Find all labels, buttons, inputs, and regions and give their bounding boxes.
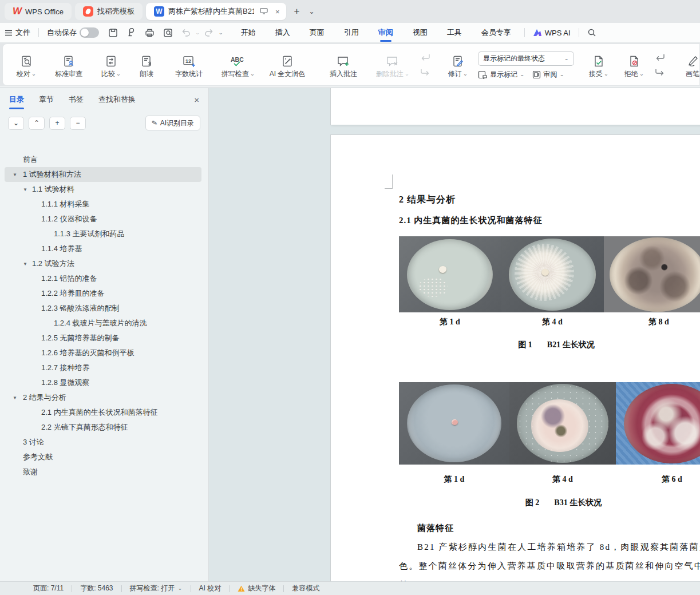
toc-item[interactable]: 1.2.3 铬酸洗涤液的配制 (5, 301, 201, 316)
monitor-icon[interactable] (258, 7, 270, 16)
markup-state-combobox[interactable]: 显示标记的最终状态 ⌄ (478, 51, 574, 66)
missing-font-warning[interactable]: 缺失字体 (230, 584, 283, 593)
zoom-out-button[interactable]: − (70, 117, 86, 130)
figure2-photos (399, 382, 700, 465)
print-preview-icon[interactable] (161, 26, 174, 39)
tab-chapters[interactable]: 章节 (39, 89, 54, 110)
toc-item-label: 1.2.1 铝箔的准备 (5, 273, 97, 284)
search-icon[interactable] (586, 26, 598, 39)
word-count-indicator[interactable]: 字数: 5463 (72, 584, 121, 593)
tab-bookmarks[interactable]: 书签 (69, 89, 84, 110)
menu-home[interactable]: 开始 (231, 23, 266, 42)
zoom-in-button[interactable]: + (49, 117, 65, 130)
toc-item[interactable]: 2.2 光镜下真菌形态和特征 (5, 420, 201, 435)
accept-change-button[interactable]: 接受⌄ (581, 47, 616, 83)
show-markup-button[interactable]: 显示标记 ⌄ (478, 70, 524, 80)
tab-find-replace[interactable]: 查找和替换 (98, 89, 136, 110)
tab-toc[interactable]: 目录 (9, 89, 24, 110)
toc-item[interactable]: 1.2.6 培养基的灭菌和倒平板 (5, 346, 201, 360)
review-pane-button[interactable]: 审阅 ⌄ (532, 70, 564, 80)
proofread-icon (20, 53, 33, 68)
previous-page-bottom[interactable] (331, 88, 700, 125)
compare-button[interactable]: 比较⌄ (93, 47, 129, 83)
menu-tools[interactable]: 工具 (437, 23, 472, 42)
ai-recognize-toc-button[interactable]: ✎ AI识别目录 (145, 116, 200, 130)
print-icon[interactable] (143, 26, 156, 39)
next-change-icon[interactable] (653, 68, 667, 78)
close-tab-icon[interactable]: × (274, 7, 282, 16)
reject-change-button[interactable]: 拒绝⌄ (616, 47, 652, 83)
toc-item[interactable]: 1.2.7 接种培养 (5, 360, 201, 375)
page-indicator[interactable]: 页面: 7/11 (25, 584, 72, 593)
toc-item[interactable]: 参考文献 (5, 450, 201, 465)
tab-label: 找稻壳模板 (97, 6, 135, 17)
menu-membership[interactable]: 会员专享 (472, 23, 521, 42)
file-menu-button[interactable]: 文件 (0, 27, 35, 38)
next-comment-icon[interactable] (418, 68, 432, 78)
export-pdf-icon[interactable] (125, 26, 137, 39)
ai-proofread-status[interactable]: AI 校对 (191, 584, 230, 593)
word-count-label: 字数统计 (175, 69, 203, 79)
tab-document[interactable]: W 两株产紫杉醇内生真菌B21和 × (146, 3, 286, 20)
toc-item[interactable]: ▼1 试验材料和方法 (5, 167, 201, 182)
wps-ai-button[interactable]: WPS AI (528, 29, 575, 37)
toc-item[interactable]: ▼1.1 试验材料 (5, 182, 201, 197)
collapse-all-button[interactable]: ⌄ (8, 117, 24, 130)
word-count-button[interactable]: 12 字数统计 (164, 47, 213, 83)
document-canvas[interactable]: 2 结果与分析 2.1 内生真菌的生长状况和菌落特征 第 1 d 第 4 d 第… (209, 88, 700, 581)
spell-check-button[interactable]: ABC 拼写检查⌄ (213, 47, 263, 83)
photo-caption: 第 4 d (501, 317, 604, 327)
previous-comment-icon[interactable] (418, 53, 432, 63)
toc-item[interactable]: 1.2.1 铝箔的准备 (5, 271, 201, 286)
tab-list-chevron-icon[interactable]: ⌄ (304, 7, 319, 15)
toc-item[interactable]: 2.1 内生真菌的生长状况和菌落特征 (5, 405, 201, 420)
toc-item[interactable]: 1.1.2 仪器和设备 (5, 212, 201, 227)
track-changes-button[interactable]: 修订⌄ (440, 47, 476, 83)
save-icon[interactable] (106, 26, 119, 39)
ai-polish-button[interactable]: AI 全文润色 (263, 47, 312, 83)
previous-change-icon[interactable] (653, 53, 667, 63)
toc-item[interactable]: 1.1.3 主要试剂和药品 (5, 227, 201, 241)
toc-item-label: 1.2.4 载玻片与盖玻片的清洗 (5, 318, 147, 328)
menu-page[interactable]: 页面 (300, 23, 334, 42)
spellcheck-status[interactable]: 拼写检查: 打开 ⌄ (122, 584, 191, 593)
figure1-title: 图 1B21 生长状况 (399, 340, 700, 350)
toc-item[interactable]: ▼2 结果与分析 (5, 390, 201, 405)
toc-item[interactable]: 1.2.8 显微观察 (5, 375, 201, 390)
toc-item[interactable]: 1.2.5 无菌培养基的制备 (5, 331, 201, 346)
toc-item[interactable]: 前言 (5, 152, 201, 167)
autosave-toggle[interactable] (80, 27, 99, 38)
toolbar-options-chevron-icon[interactable]: ⌄ (218, 30, 223, 35)
menu-insert[interactable]: 插入 (266, 23, 300, 42)
compat-mode-indicator[interactable]: 兼容模式 (284, 584, 327, 593)
toc-item[interactable]: 致谢 (5, 465, 201, 479)
menu-view[interactable]: 视图 (403, 23, 437, 42)
undo-chevron-icon[interactable]: ⌄ (195, 30, 200, 35)
toc-item[interactable]: 3 讨论 (5, 435, 201, 450)
toc-item[interactable]: 1.1.4 培养基 (5, 241, 201, 256)
proofread-button[interactable]: 校对⌄ (9, 47, 44, 83)
tab-docer-templates[interactable]: 找稻壳模板 (75, 3, 143, 20)
read-aloud-button[interactable]: 朗读 (129, 47, 164, 83)
paragraph-line: 色。整个菌丝体分为伸入营养基质中吸取营养的基质菌丝和伸向空气中的气 (399, 561, 700, 572)
menu-review[interactable]: 审阅 (369, 23, 403, 42)
draw-pen-button[interactable]: 画笔 (675, 47, 700, 83)
toc-item[interactable]: 1.1.1 材料采集 (5, 197, 201, 212)
accept-change-icon (592, 53, 605, 68)
toc-item[interactable]: 1.2.4 载玻片与盖玻片的清洗 (5, 316, 201, 331)
undo-icon[interactable] (180, 26, 192, 39)
expand-all-button[interactable]: ⌃ (29, 117, 45, 130)
menu-reference[interactable]: 引用 (334, 23, 369, 42)
standard-review-button[interactable]: 标准审查 (44, 47, 93, 83)
tab-label: WPS Office (25, 7, 64, 16)
toc-item-label: 3 讨论 (5, 437, 44, 447)
toc-item[interactable]: 1.2.2 培养皿的准备 (5, 286, 201, 301)
current-page[interactable]: 2 结果与分析 2.1 内生真菌的生长状况和菌落特征 第 1 d 第 4 d 第… (331, 135, 700, 581)
toc-item[interactable]: ▼1.2 试验方法 (5, 256, 201, 271)
delete-comment-button[interactable]: 删除批注⌄ (368, 47, 417, 83)
insert-comment-button[interactable]: 插入批注 (319, 47, 368, 83)
redo-icon[interactable] (203, 26, 215, 39)
close-panel-icon[interactable]: × (194, 95, 199, 105)
new-tab-button[interactable]: + (290, 6, 304, 17)
tab-wps-office[interactable]: W WPS Office (5, 3, 72, 20)
